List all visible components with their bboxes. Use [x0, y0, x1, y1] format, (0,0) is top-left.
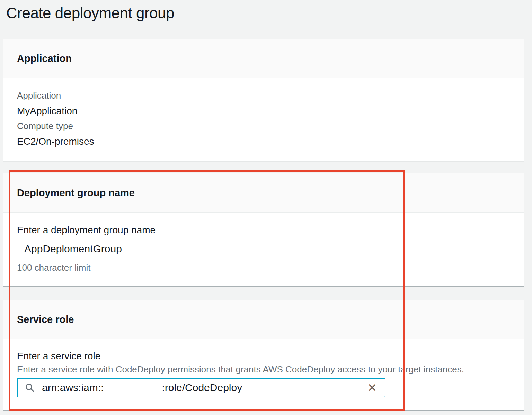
- compute-type-field-label: Compute type: [17, 120, 510, 132]
- deployment-group-card-heading: Deployment group name: [17, 187, 510, 199]
- redacted-account-gap: [104, 388, 162, 388]
- deployment-group-name-label: Enter a deployment group name: [17, 224, 510, 236]
- compute-type-field-value: EC2/On-premises: [17, 136, 510, 147]
- service-role-card-header: Service role: [3, 300, 524, 339]
- service-role-arn-suffix: :role/CodeDeploy: [162, 382, 242, 394]
- service-role-card-heading: Service role: [17, 313, 510, 326]
- page-title: Create deployment group: [0, 0, 532, 22]
- application-field-label: Application: [17, 90, 510, 101]
- application-card-body: Application MyApplication Compute type E…: [3, 78, 524, 161]
- deployment-group-name-card: Deployment group name Enter a deployment…: [3, 173, 524, 286]
- character-limit-helper-text: 100 character limit: [17, 262, 510, 273]
- application-card-header: Application: [3, 39, 524, 78]
- text-cursor: [243, 381, 243, 394]
- application-field-value: MyApplication: [17, 105, 510, 117]
- deployment-group-name-input[interactable]: [17, 240, 384, 258]
- deployment-group-card-body: Enter a deployment group name 100 charac…: [3, 213, 524, 286]
- service-role-card: Service role Enter a service role Enter …: [3, 300, 524, 410]
- service-role-search-input[interactable]: arn:aws:iam:: :role/CodeDeploy ✕: [17, 378, 385, 397]
- application-card: Application Application MyApplication Co…: [3, 39, 524, 161]
- deployment-group-card-header: Deployment group name: [3, 173, 524, 213]
- application-card-heading: Application: [17, 52, 510, 65]
- clear-input-icon[interactable]: ✕: [367, 382, 378, 394]
- service-role-description: Enter a service role with CodeDeploy per…: [17, 364, 510, 375]
- service-role-card-body: Enter a service role Enter a service rol…: [3, 339, 524, 410]
- service-role-label: Enter a service role: [17, 350, 510, 362]
- search-icon: [25, 382, 35, 393]
- service-role-arn-prefix: arn:aws:iam::: [42, 382, 104, 394]
